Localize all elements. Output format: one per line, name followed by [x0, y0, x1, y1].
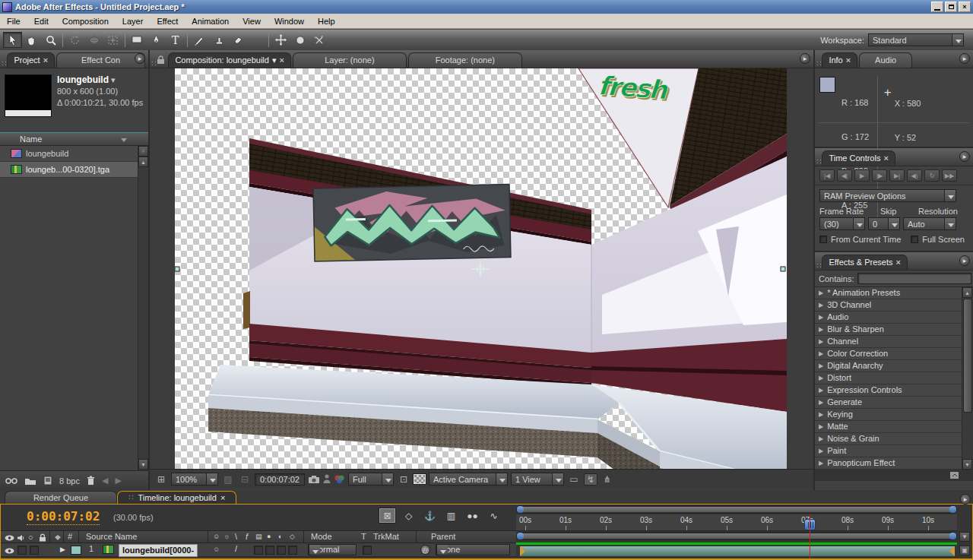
panel-grip[interactable]: ∷ [816, 157, 820, 166]
audio-switch[interactable] [17, 546, 27, 555]
clone-stamp-tool[interactable] [209, 32, 228, 48]
shy-switch-icon[interactable]: ☺ [213, 531, 220, 543]
hand-tool[interactable] [22, 32, 41, 48]
view-layout-dropdown[interactable]: 1 View [511, 473, 564, 486]
lock-icon[interactable] [39, 533, 46, 542]
category-distort[interactable]: ▶Distort [815, 372, 962, 384]
timeline-current-time[interactable]: 0:00:07:02 [27, 509, 100, 525]
chevron-down-icon[interactable]: ▾ [272, 53, 277, 68]
tab-audio[interactable]: Audio [859, 52, 912, 68]
category-digital-anarchy[interactable]: ▶Digital Anarchy [815, 360, 962, 372]
collapse-switch-icon[interactable]: ☼ [223, 531, 230, 543]
col-t[interactable]: T [361, 531, 366, 543]
tab-time-controls[interactable]: Time Controls× [822, 150, 895, 166]
close-button[interactable]: × [959, 2, 971, 12]
parent-dropdown[interactable]: None [436, 544, 510, 555]
nav-back-button[interactable]: ◀ [102, 476, 108, 486]
tab-layer[interactable]: Layer: (none) [293, 52, 407, 68]
chevron-down-icon[interactable]: ▾ [111, 75, 116, 84]
category-keying[interactable]: ▶Keying [815, 409, 962, 421]
workspace-dropdown[interactable]: Standard [868, 33, 964, 46]
close-icon[interactable]: × [220, 492, 225, 504]
eye-icon[interactable] [5, 535, 14, 541]
layer-duration-bar[interactable] [519, 546, 956, 557]
scroll-down-button[interactable]: ▼ [962, 459, 972, 470]
draft-3d-button[interactable]: ◇ [401, 508, 417, 523]
nav-forward-button[interactable]: ▶ [115, 476, 121, 486]
col-parent[interactable]: Parent [431, 531, 455, 543]
comp-flowchart-icon[interactable]: ⋔ [601, 474, 614, 485]
project-item-loungebuild[interactable]: loungebuild [0, 146, 139, 162]
menu-edit[interactable]: Edit [27, 14, 55, 29]
resolution-preview-dropdown[interactable]: Auto [903, 217, 956, 230]
col-number[interactable]: # [68, 531, 72, 543]
work-area-bar[interactable] [516, 505, 957, 514]
category-noise-grain[interactable]: ▶Noise & Grain [815, 433, 962, 445]
menu-file[interactable]: File [0, 14, 27, 29]
quality-switch-icon[interactable]: \ [235, 531, 237, 543]
play-button[interactable]: ▶ [854, 169, 870, 182]
rectangle-mask-tool[interactable] [128, 32, 147, 48]
first-frame-button[interactable]: |◀ [819, 169, 835, 182]
panel-grip[interactable]: ∷ [816, 261, 820, 270]
layer-handle-left[interactable] [175, 267, 179, 271]
category-3d-channel[interactable]: ▶3D Channel [815, 299, 962, 312]
comp-marker-bin[interactable]: ▼ [959, 532, 970, 542]
solo-icon[interactable]: ○ [28, 532, 33, 543]
comp-thumbnail[interactable] [5, 74, 52, 117]
find-icon[interactable] [5, 476, 17, 486]
panel-grip[interactable]: ∷ [2, 59, 5, 68]
ram-preview-button[interactable]: ▶▶ [942, 169, 957, 182]
close-icon[interactable]: × [43, 53, 48, 68]
video-eye-icon[interactable] [5, 548, 14, 554]
loop-button[interactable]: ↻ [924, 169, 940, 182]
out-point-handle[interactable] [949, 546, 955, 556]
category-color-correction[interactable]: ▶Color Correction [815, 348, 962, 360]
zoom-tool[interactable] [41, 32, 60, 48]
tab-project[interactable]: Project× [7, 52, 55, 68]
category-expression-controls[interactable]: ▶Expression Controls [815, 384, 962, 397]
text-tool[interactable]: T [166, 32, 185, 48]
time-navigator-bar[interactable] [516, 532, 957, 540]
brush-tool[interactable] [190, 32, 209, 48]
from-current-time-checkbox[interactable] [819, 236, 827, 243]
rendered-scene[interactable]: fresh fresh [175, 68, 787, 469]
close-icon[interactable]: × [846, 53, 851, 68]
panel-menu-button[interactable]: ▸ [959, 151, 970, 162]
menu-view[interactable]: View [236, 14, 268, 29]
col-source-name[interactable]: Source Name [86, 531, 137, 543]
scrollbar-thumb[interactable] [963, 299, 972, 413]
audio-button[interactable]: ◀) [907, 169, 922, 182]
close-icon[interactable]: × [279, 53, 284, 68]
world-axis-mode[interactable] [290, 32, 309, 48]
blend-mode-dropdown[interactable]: Normal [308, 544, 357, 555]
region-of-interest-icon[interactable]: ⊡ [397, 474, 410, 485]
composition-viewport[interactable]: fresh fresh [150, 68, 813, 469]
new-composition-icon[interactable] [43, 476, 52, 486]
title-bar[interactable]: Adobe After Effects - Untitled Project.a… [0, 0, 973, 14]
category-blur-sharpen[interactable]: ▶Blur & Sharpen [815, 324, 962, 336]
scroll-up-button[interactable]: ▲ [138, 157, 148, 167]
new-preset-icon[interactable] [949, 471, 959, 479]
adjustment-switch-icon[interactable]: ◐ [278, 531, 282, 543]
close-icon[interactable]: × [883, 151, 888, 166]
ram-preview-options-dropdown[interactable]: RAM Preview Options [819, 189, 956, 202]
orbit-camera-tool[interactable] [84, 32, 103, 48]
menu-composition[interactable]: Composition [55, 14, 116, 29]
last-frame-button[interactable]: ▶| [889, 169, 905, 182]
selection-tool[interactable] [3, 32, 22, 48]
view-axis-mode[interactable] [309, 32, 328, 48]
menu-effect[interactable]: Effect [150, 14, 185, 29]
snapshot-icon[interactable] [308, 475, 320, 484]
comp-button[interactable]: ▣ [959, 546, 970, 555]
frame-blend-button[interactable]: ▥ [443, 508, 459, 523]
lock-icon[interactable] [157, 55, 165, 65]
frame-rate-dropdown[interactable]: (30) [819, 217, 865, 230]
tab-effect-controls[interactable]: Effect Con [56, 52, 145, 68]
local-axis-mode[interactable] [271, 32, 290, 48]
transparency-grid-button[interactable] [414, 474, 426, 484]
panel-menu-button[interactable]: ▸ [135, 53, 145, 64]
motion-blur-button[interactable]: ●● [464, 508, 480, 523]
layer-expand-arrow[interactable]: ▶ [60, 544, 65, 555]
col-trkmat[interactable]: TrkMat [373, 531, 399, 543]
